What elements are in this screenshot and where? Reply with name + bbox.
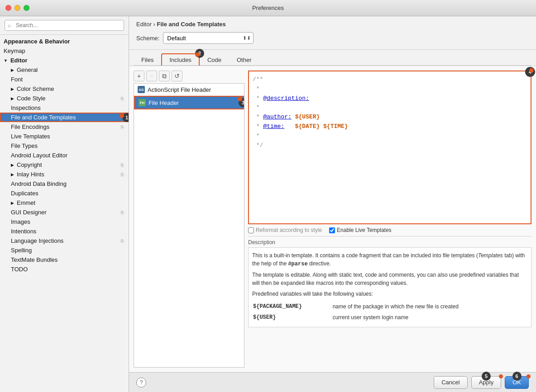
sidebar-item-file-encodings[interactable]: File Encodings ⎘ — [0, 122, 129, 132]
sidebar-item-language-injections[interactable]: Language Injections ⎘ — [0, 236, 129, 246]
sidebar-item-android-layout-editor[interactable]: Android Layout Editor — [0, 151, 129, 160]
desc-para-1: This is a built-in template. It contains… — [252, 251, 527, 268]
sidebar-item-label: Font — [11, 76, 23, 83]
sidebar-item-copyright[interactable]: ▶ Copyright ⎘ — [0, 160, 129, 170]
table-row: ${USER} current user system login name — [253, 312, 526, 322]
sidebar-item-label: Appearance & Behavior — [4, 38, 70, 45]
enable-live-option: Enable Live Templates — [329, 227, 392, 233]
sidebar-scroll: Appearance & Behavior Keymap ▼ Editor ▶ … — [0, 35, 129, 392]
variables-table: ${PACKAGE_NAME} name of the package in w… — [252, 301, 527, 323]
sidebar-item-inlay-hints[interactable]: ▶ Inlay Hints ⎘ — [0, 170, 129, 179]
content-area: Editor › File and Code Templates Scheme:… — [129, 16, 536, 392]
copy-icon: ⎘ — [121, 96, 124, 101]
tabs-container: Files Includes 2 Code Other — [129, 50, 536, 66]
tab-code[interactable]: Code — [200, 54, 229, 66]
sidebar-item-label: Language Injections — [11, 237, 63, 244]
expand-icon: ▼ — [4, 58, 8, 63]
template-item-file-header[interactable]: FH File Header 3 — [134, 96, 244, 109]
var-desc-1: name of the package in which the new fil… — [333, 302, 526, 312]
sidebar-item-general[interactable]: ▶ General — [0, 65, 129, 75]
step-dot-1 — [120, 113, 124, 118]
copy-icon: ⎘ — [121, 124, 124, 130]
step-dot-3 — [238, 97, 242, 101]
table-row: ${PACKAGE_NAME} name of the package in w… — [253, 302, 526, 312]
remove-template-button[interactable]: − — [146, 71, 157, 81]
sidebar-item-label: Spelling — [11, 247, 32, 254]
var-desc-2: current user system login name — [333, 312, 526, 322]
var-name-2: ${USER} — [253, 312, 332, 322]
sidebar-item-intentions[interactable]: Intentions — [0, 227, 129, 236]
sidebar-item-android-data-binding[interactable]: Android Data Binding — [0, 179, 129, 189]
sidebar-item-spelling[interactable]: Spelling — [0, 246, 129, 255]
reformat-checkbox[interactable] — [248, 227, 254, 233]
cancel-button[interactable]: Cancel — [434, 376, 467, 389]
bottom-options: Reformat according to style Enable Live … — [248, 224, 531, 236]
step-dot-4 — [529, 68, 534, 73]
tab-files[interactable]: Files — [134, 54, 161, 66]
step-badge-5: 5 — [482, 372, 491, 381]
sidebar-item-color-scheme[interactable]: ▶ Color Scheme — [0, 84, 129, 94]
panels: + − ⧉ ↺ AS ActionScript File Header FH — [129, 66, 536, 372]
sidebar-item-label: File Types — [11, 142, 38, 149]
sidebar-item-label: TODO — [11, 266, 28, 273]
sidebar-item-file-and-code-templates[interactable]: File and Code Templates 1 — [0, 113, 129, 122]
tab-other[interactable]: Other — [229, 54, 259, 66]
sidebar-item-code-style[interactable]: ▶ Code Style ⎘ — [0, 94, 129, 103]
sidebar-item-label: Editor — [10, 57, 28, 64]
reset-template-button[interactable]: ↺ — [172, 71, 182, 81]
sidebar-item-label: Inspections — [11, 104, 41, 111]
sidebar-item-appearance-behavior[interactable]: Appearance & Behavior — [0, 37, 129, 46]
parse-directive: #parse — [288, 261, 307, 267]
sidebar-item-label: File and Code Templates — [11, 114, 76, 121]
scheme-select[interactable]: Default Project — [163, 32, 254, 44]
desc-para-2: The template is editable. Along with sta… — [252, 271, 527, 287]
add-template-button[interactable]: + — [134, 71, 144, 81]
search-area: ⌕ — [0, 16, 129, 35]
close-button[interactable] — [5, 5, 11, 11]
sidebar-item-keymap[interactable]: Keymap — [0, 46, 129, 56]
sidebar-item-label: TextMate Bundles — [11, 256, 57, 263]
fh-icon: FH — [139, 99, 146, 106]
step-badge-6: 6 — [512, 372, 522, 381]
minimize-button[interactable] — [14, 5, 20, 11]
sidebar-item-label: Emmet — [17, 199, 35, 206]
sidebar-item-todo[interactable]: TODO — [0, 264, 129, 274]
copy-icon: ⎘ — [121, 162, 124, 168]
enable-live-label: Enable Live Templates — [337, 227, 392, 233]
maximize-button[interactable] — [24, 5, 29, 11]
search-input[interactable] — [5, 20, 124, 31]
help-button[interactable]: ? — [136, 378, 146, 387]
sidebar-item-label: GUI Designer — [11, 209, 47, 216]
reformat-option: Reformat according to style — [248, 227, 322, 233]
sidebar-item-textmate-bundles[interactable]: TextMate Bundles — [0, 255, 129, 264]
sidebar-item-live-templates[interactable]: Live Templates — [0, 132, 129, 141]
sidebar-item-inspections[interactable]: Inspections — [0, 103, 129, 113]
left-panel: + − ⧉ ↺ AS ActionScript File Header FH — [134, 71, 244, 368]
sidebar-item-font[interactable]: Font — [0, 75, 129, 84]
description-text: This is a built-in template. It contains… — [248, 247, 531, 327]
breadcrumb-parent: Editor — [136, 21, 152, 28]
window-title: Preferences — [252, 5, 284, 11]
template-item-actionscript[interactable]: AS ActionScript File Header — [134, 84, 244, 96]
search-icon: ⌕ — [8, 22, 11, 28]
as-icon: AS — [138, 86, 145, 93]
sidebar-item-emmet[interactable]: ▶ Emmet — [0, 198, 129, 208]
enable-live-checkbox[interactable] — [329, 227, 335, 233]
main-window: ⌕ Appearance & Behavior Keymap ▼ Editor … — [0, 16, 536, 392]
sidebar-item-editor[interactable]: ▼ Editor — [0, 56, 129, 65]
template-item-label: ActionScript File Header — [148, 86, 211, 93]
sidebar-item-gui-designer[interactable]: GUI Designer ⎘ — [0, 208, 129, 217]
expand-icon: ▶ — [11, 201, 14, 205]
tab-includes[interactable]: Includes 2 — [161, 53, 199, 66]
copy-icon: ⎘ — [121, 238, 124, 244]
sidebar-item-images[interactable]: Images — [0, 217, 129, 227]
copy-template-button[interactable]: ⧉ — [159, 71, 170, 81]
sidebar-item-file-types[interactable]: File Types — [0, 141, 129, 151]
sidebar-item-duplicates[interactable]: Duplicates — [0, 189, 129, 198]
sidebar-item-label: File Encodings — [11, 123, 49, 130]
sidebar-item-label: Inlay Hints — [17, 171, 44, 178]
template-list: AS ActionScript File Header FH File Head… — [134, 83, 244, 368]
sidebar-item-label: Code Style — [17, 95, 46, 102]
sidebar-item-label: Color Scheme — [17, 85, 54, 92]
code-editor[interactable]: /** * * @description: * * @author: ${USE… — [248, 71, 531, 224]
